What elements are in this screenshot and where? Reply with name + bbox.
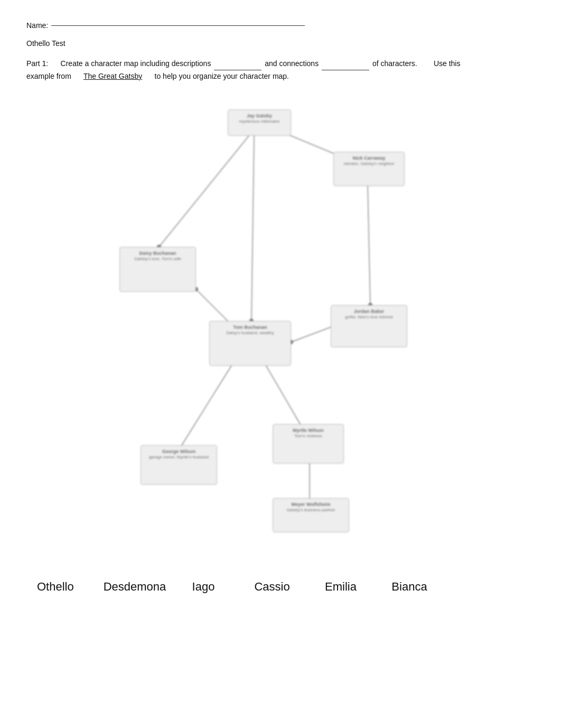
node-myrtle: Myrtle Wilson Tom's mistress — [273, 424, 344, 464]
instruction-text3: of characters. — [372, 59, 417, 68]
node-gatsby: Jay Gatsby mysterious millionaire — [228, 109, 291, 136]
instruction-text4: Use this — [434, 59, 461, 68]
character-bianca: Bianca — [375, 580, 444, 594]
character-desdemona: Desdemona — [100, 580, 169, 594]
node-nick: Nick Carraway narrator, Gatsby's neighbo… — [333, 152, 405, 186]
svg-line-8 — [196, 289, 228, 321]
name-underline — [51, 25, 305, 26]
svg-line-2 — [251, 136, 254, 321]
instructions-block: Part 1: Create a character map including… — [26, 57, 535, 83]
node-george: George Wilson garage owner, Myrtle's hus… — [141, 445, 217, 485]
node-wolfsheim: Meyer Wolfsheim Gatsby's business partne… — [273, 498, 349, 532]
instruction-text6: to help you organize your character map. — [155, 72, 289, 80]
character-othello: Othello — [37, 580, 100, 594]
character-map-diagram: Jay Gatsby mysterious millionaire Nick C… — [106, 99, 455, 548]
blank1 — [214, 57, 261, 70]
character-iago: Iago — [169, 580, 238, 594]
source-text: The Great Gatsby — [83, 72, 142, 80]
svg-line-4 — [291, 326, 333, 342]
part-label: Part 1: — [26, 59, 48, 68]
svg-line-3 — [368, 183, 370, 305]
node-tom: Tom Buchanan Daisy's husband, wealthy — [209, 321, 291, 366]
instruction-text2: and connections — [265, 59, 319, 68]
svg-line-5 — [180, 363, 233, 448]
instruction-text1: Create a character map including descrip… — [61, 59, 211, 68]
blank2 — [322, 57, 369, 70]
page-title: Othello Test — [26, 39, 535, 48]
character-emilia: Emilia — [306, 580, 375, 594]
name-label: Name: — [26, 21, 48, 30]
name-field-row: Name: — [26, 21, 535, 30]
node-daisy: Daisy Buchanan Gatsby's love, Tom's wife — [119, 247, 196, 292]
svg-line-6 — [265, 363, 302, 427]
svg-line-1 — [159, 136, 249, 247]
character-cassio: Cassio — [238, 580, 306, 594]
node-jordan: Jordan Baker golfer, Nick's love interes… — [331, 305, 407, 347]
characters-row: Othello Desdemona Iago Cassio Emilia Bia… — [26, 569, 535, 594]
instruction-text5: example from — [26, 72, 71, 80]
